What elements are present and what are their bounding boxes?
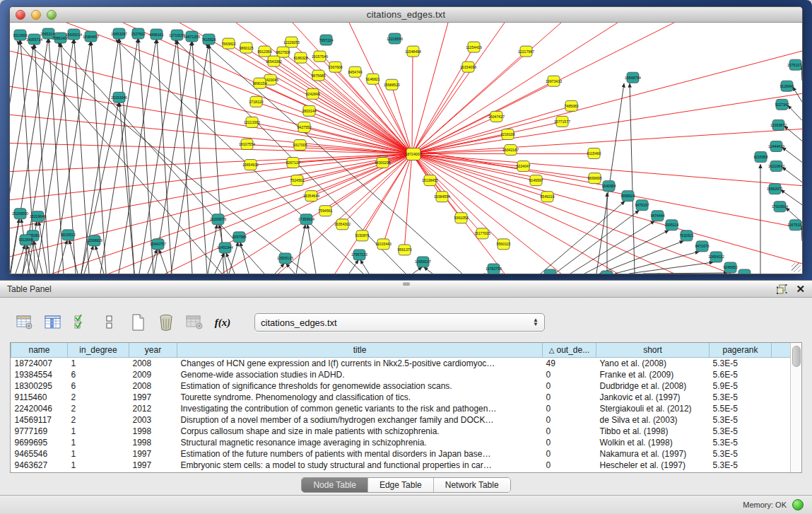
network-node[interactable]: 9224047	[516, 161, 530, 172]
table-cell[interactable]: 14569117	[11, 414, 68, 426]
network-node[interactable]: 9860125	[239, 42, 253, 53]
tab-network-table[interactable]: Network Table	[434, 478, 510, 492]
table-cell[interactable]: 0	[543, 437, 596, 448]
network-node[interactable]: 6479197	[635, 200, 649, 211]
table-cell[interactable]: 2	[68, 414, 129, 426]
table-cell[interactable]: 2008	[129, 358, 177, 370]
table-cell[interactable]: Nakamura et al. (1997)	[596, 448, 710, 460]
zoom-window-button[interactable]	[47, 10, 57, 20]
select-columns-check-icon[interactable]	[72, 314, 90, 331]
table-columns-icon[interactable]	[44, 314, 62, 331]
table-cell[interactable]: Yano et al. (2008)	[596, 358, 710, 370]
network-node[interactable]: 8215958	[753, 152, 767, 163]
new-table-icon[interactable]	[129, 314, 147, 331]
network-node[interactable]: 16210643	[768, 161, 784, 172]
table-cell[interactable]: 18724007	[11, 358, 68, 370]
network-node[interactable]: 9313568	[13, 30, 27, 40]
network-window[interactable]: citations_edges.txt 9313568 14055714 206…	[9, 6, 803, 274]
float-panel-icon[interactable]	[777, 284, 787, 294]
network-node[interactable]: 16548794	[625, 72, 641, 83]
network-node[interactable]: 15219648	[30, 211, 46, 222]
network-node[interactable]: 2718120	[249, 96, 263, 107]
network-node[interactable]: 8912954	[257, 46, 271, 57]
table-row[interactable]: 977716911998Corpus callosum shape and si…	[11, 426, 791, 437]
network-node[interactable]: 7957224	[319, 35, 333, 45]
table-cell[interactable]: Wolkin et al. (1998)	[596, 437, 710, 448]
table-settings-icon[interactable]	[16, 314, 34, 331]
network-node[interactable]: 3216108	[500, 129, 514, 139]
network-node[interactable]: 12226055	[283, 37, 300, 47]
table-cell[interactable]: Jankovic et al. (1997)	[596, 392, 710, 403]
table-row[interactable]: 1872400712008Changes of HCN gene express…	[11, 358, 791, 370]
network-node[interactable]: 1527602	[131, 28, 145, 39]
table-cell[interactable]: 1997	[129, 448, 177, 460]
network-node[interactable]: 9827508	[276, 47, 290, 57]
table-cell[interactable]: 1	[68, 358, 129, 370]
network-window-titlebar[interactable]: citations_edges.txt	[10, 7, 802, 23]
network-node[interactable]: 8454749	[348, 66, 362, 77]
network-node[interactable]: 8958924	[620, 191, 635, 201]
network-node[interactable]: 13505135	[277, 253, 293, 264]
delete-table-icon[interactable]	[157, 314, 175, 331]
network-node[interactable]: 9245652	[723, 262, 737, 273]
table-cell[interactable]: 5.3E-5	[710, 358, 772, 370]
window-resize-grip[interactable]	[792, 263, 801, 272]
table-cell[interactable]: 2003	[129, 414, 177, 426]
table-row[interactable]: 946362711997Embryonic stem cells: a mode…	[11, 460, 791, 471]
network-node[interactable]: 9317005	[293, 139, 307, 150]
table-cell[interactable]: Stergiakouli et al. (2012)	[596, 403, 710, 414]
table-cell[interactable]: Corpus callosum shape and size in male p…	[177, 426, 543, 437]
network-node[interactable]: 9146821	[365, 74, 379, 84]
column-header[interactable]: year	[129, 343, 177, 358]
network-graph[interactable]: 9313568 14055714 20652143 20891406 15635…	[10, 23, 802, 274]
table-cell[interactable]: 6	[68, 380, 129, 392]
network-node[interactable]: 11568829	[86, 235, 102, 246]
network-node[interactable]: 16042187	[502, 144, 519, 155]
table-row[interactable]: 2242004622012Investigating the contribut…	[11, 403, 791, 414]
table-cell[interactable]: 0	[543, 392, 596, 403]
table-cell[interactable]: 5.3E-5	[710, 426, 772, 437]
table-cell[interactable]: 0	[543, 380, 596, 392]
table-cell[interactable]: Structural magnetic resonance image aver…	[177, 437, 543, 448]
table-cell[interactable]: 0	[543, 414, 596, 426]
network-node[interactable]: 9474444	[650, 211, 664, 221]
table-cell[interactable]: 1997	[129, 392, 177, 403]
table-row[interactable]: 1830029562008Estimation of significance …	[11, 380, 791, 392]
table-cell[interactable]: 5.9E-5	[710, 380, 772, 392]
table-cell[interactable]: 1	[68, 460, 129, 471]
table-cell[interactable]: 2	[68, 392, 129, 403]
table-cell[interactable]: Dudbridge et al. (2008)	[596, 380, 710, 392]
network-node[interactable]: 11254419	[466, 42, 482, 52]
table-cell[interactable]: 9115460	[11, 392, 68, 403]
network-node[interactable]: 7524502	[290, 175, 304, 186]
network-node[interactable]: 15688520	[384, 79, 400, 90]
table-row[interactable]: 1456911722003Disruption of a novel membe…	[11, 414, 791, 426]
network-node[interactable]: 11675333	[787, 220, 802, 230]
table-cell[interactable]: 6	[68, 369, 129, 380]
network-canvas[interactable]: 9313568 14055714 20652143 20891406 15635…	[10, 23, 802, 274]
table-cell[interactable]: Tibbo et al. (1998)	[596, 426, 710, 437]
network-node[interactable]: 15635214	[66, 29, 82, 40]
network-node[interactable]: 9227342	[775, 99, 789, 110]
network-node[interactable]: 19973433	[546, 76, 562, 86]
network-node[interactable]: 10719155	[169, 30, 185, 40]
splitter-handle[interactable]	[403, 282, 410, 286]
network-node[interactable]: 15177005	[474, 228, 490, 239]
scrollbar-thumb[interactable]	[792, 346, 801, 367]
table-cell[interactable]: 2008	[129, 380, 177, 392]
table-cell[interactable]: 0	[543, 369, 596, 380]
network-node[interactable]: 12093872	[770, 119, 787, 130]
close-window-button[interactable]	[16, 10, 25, 20]
network-node[interactable]: 15692971	[767, 184, 783, 194]
network-node[interactable]: 2935114	[665, 220, 679, 230]
network-node[interactable]: 13942757	[150, 239, 166, 250]
network-node[interactable]: 17016504	[772, 201, 788, 212]
network-node[interactable]: 9150876	[355, 230, 369, 241]
network-node[interactable]: 19654932	[242, 160, 259, 170]
network-node[interactable]: 16782759	[486, 264, 502, 274]
column-header[interactable]: pagerank	[710, 343, 772, 358]
network-node[interactable]: 16653287	[111, 28, 127, 39]
table-cell[interactable]: Tourette syndrome. Phenomenology and cla…	[177, 392, 543, 403]
network-node[interactable]: 12213363	[244, 117, 260, 127]
table-cell[interactable]: 0	[543, 403, 596, 414]
